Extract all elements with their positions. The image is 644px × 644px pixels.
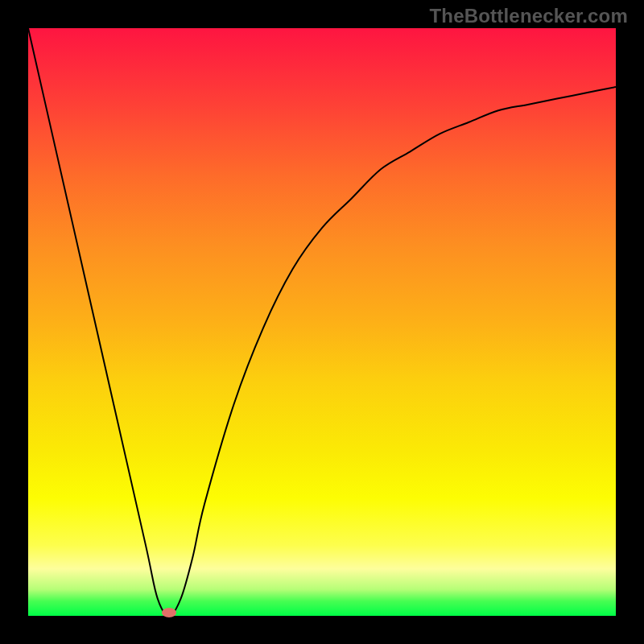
- attribution-text: TheBottlenecker.com: [429, 5, 628, 27]
- plot-area: [28, 28, 616, 616]
- bottleneck-curve-path: [28, 28, 616, 616]
- curve-layer: [28, 28, 616, 616]
- chart-container: TheBottlenecker.com: [0, 0, 644, 644]
- bottleneck-marker: [162, 608, 176, 617]
